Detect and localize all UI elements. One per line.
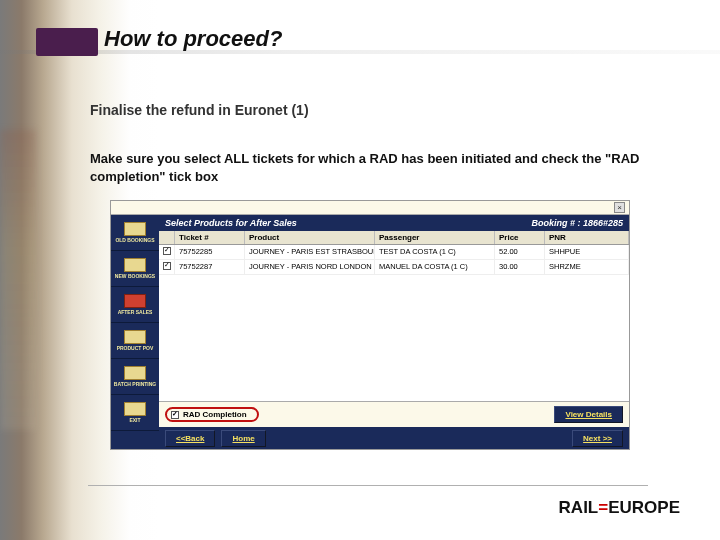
euronet-sidebar: OLD BOOKINGS NEW BOOKINGS AFTER SALES PR… <box>111 215 159 449</box>
rad-completion-label: RAD Completion <box>183 410 247 419</box>
sidebar-item-product-pov[interactable]: PRODUCT POV <box>111 323 159 359</box>
footer-divider <box>88 485 648 486</box>
table-row[interactable]: 75752287 JOURNEY - PARIS NORD LONDON ST … <box>159 260 629 275</box>
row-checkbox[interactable] <box>163 262 171 270</box>
close-icon[interactable]: × <box>614 202 625 213</box>
footer-panel: RAD Completion View Details <box>159 401 629 427</box>
col-passenger: Passenger <box>375 231 495 244</box>
rail-europe-logo: RAIL=EUROPE <box>559 498 680 518</box>
sidebar-item-old-bookings[interactable]: OLD BOOKINGS <box>111 215 159 251</box>
section-header: Select Products for After Sales Booking … <box>159 215 629 231</box>
after-sales-icon <box>124 294 146 308</box>
envelope-icon <box>124 258 146 272</box>
rad-completion-checkbox[interactable] <box>171 411 179 419</box>
title-accent-block <box>36 28 98 56</box>
rad-completion-highlight: RAD Completion <box>165 407 259 422</box>
window-titlebar: × <box>111 201 629 215</box>
sidebar-item-batch-printing[interactable]: BATCH PRINTING <box>111 359 159 395</box>
view-details-button[interactable]: View Details <box>554 406 623 423</box>
instruction-text: Make sure you select ALL tickets for whi… <box>90 150 642 185</box>
info-icon <box>124 330 146 344</box>
next-button[interactable]: Next >> <box>572 430 623 447</box>
col-price: Price <box>495 231 545 244</box>
row-checkbox[interactable] <box>163 247 171 255</box>
slide-title: How to proceed? <box>104 26 282 52</box>
table-row[interactable]: 75752285 JOURNEY - PARIS EST STRASBOURG … <box>159 245 629 260</box>
bottom-nav-bar: <<Back Home Next >> <box>159 427 629 449</box>
home-button[interactable]: Home <box>221 430 265 447</box>
sidebar-item-after-sales[interactable]: AFTER SALES <box>111 287 159 323</box>
col-product: Product <box>245 231 375 244</box>
sidebar-item-exit[interactable]: EXIT <box>111 395 159 431</box>
table-header: Ticket # Product Passenger Price PNR <box>159 231 629 245</box>
envelope-icon <box>124 222 146 236</box>
back-button[interactable]: <<Back <box>165 430 215 447</box>
euronet-main-area: Select Products for After Sales Booking … <box>159 215 629 449</box>
slide-subtitle: Finalise the refund in Euronet (1) <box>90 102 309 118</box>
col-pnr: PNR <box>545 231 629 244</box>
exit-icon <box>124 402 146 416</box>
section-header-label: Select Products for After Sales <box>165 218 297 228</box>
table-body: 75752285 JOURNEY - PARIS EST STRASBOURG … <box>159 245 629 401</box>
euronet-screenshot: × OLD BOOKINGS NEW BOOKINGS AFTER SALES … <box>110 200 630 450</box>
background-motion-blur <box>0 130 36 430</box>
sidebar-item-new-bookings[interactable]: NEW BOOKINGS <box>111 251 159 287</box>
booking-number-label: Booking # : 1866#285 <box>531 218 623 228</box>
printer-icon <box>124 366 146 380</box>
col-ticket: Ticket # <box>175 231 245 244</box>
